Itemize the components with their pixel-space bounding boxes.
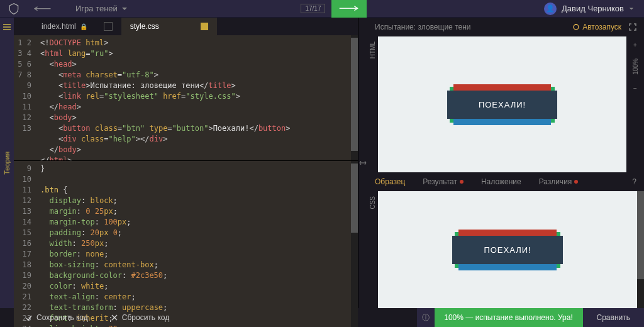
sample-scrollbar[interactable] [637,191,644,308]
menu-icon[interactable] [2,22,12,34]
lock-icon: 🔒 [80,23,87,30]
theory-tab[interactable]: Теория [3,152,11,175]
preview-result: ПОЕХАЛИ! [378,36,626,172]
nav-next-button[interactable] [331,0,367,18]
info-icon[interactable]: ⓘ [417,308,435,327]
compare-button[interactable]: Сравнить [583,308,644,327]
fullscreen-icon[interactable] [629,23,636,31]
logo[interactable] [6,1,21,16]
resize-handle[interactable] [358,18,367,308]
status-bar: 100% — испытание выполнено. Ура! [435,308,583,327]
save-button[interactable]: Сохранить код [14,308,99,327]
html-editor[interactable]: <!DOCTYPE html> <html lang="ru"> <head> … [36,35,351,160]
tab-result[interactable]: Результат [423,177,464,186]
user-menu[interactable]: 👤 Давид Черников [540,3,638,15]
html-label: HTML [369,42,376,58]
autostart-toggle[interactable]: Автозапуск [572,23,621,31]
css-label: CSS [369,196,376,209]
zoom-in[interactable]: + [633,36,637,53]
split-icon[interactable] [104,22,113,31]
css-gutter: 9 10 11 12 13 14 15 16 17 18 19 20 21 22… [14,161,36,327]
tab-overlay[interactable]: Наложение [481,177,521,186]
tab-sample[interactable]: Образец [375,177,405,186]
html-gutter: 1 2 3 4 5 6 7 8 9 10 11 12 13 [14,35,36,160]
css-scrollbar[interactable] [351,161,358,327]
sample-button: ПОЕХАЛИ! [452,236,562,264]
zoom-value: 100% [632,53,639,80]
zoom-out[interactable]: − [633,80,637,97]
preview-sample: ПОЕХАЛИ! [378,191,637,308]
help-icon[interactable]: ? [632,177,636,186]
preview-button: ПОЕХАЛИ! [447,91,557,119]
progress-badge: 17/17 [301,4,325,13]
tab-diff[interactable]: Различия [539,177,579,186]
avatar: 👤 [544,3,557,15]
reset-button[interactable]: Сбросить код [99,308,180,327]
preview-title: Испытание: зловещие тени [375,23,471,31]
breadcrumb[interactable]: Игра теней [75,4,128,13]
nav-back-button[interactable] [26,1,58,16]
html-scrollbar[interactable] [351,35,358,160]
css-editor[interactable]: } .btn { display: block; margin: 0 25px;… [36,161,351,327]
svg-point-5 [574,25,579,30]
tab-style-css[interactable]: style.css [121,18,217,35]
split-icon-active[interactable] [201,23,208,30]
tab-index-html[interactable]: index.html🔒 [33,18,121,35]
